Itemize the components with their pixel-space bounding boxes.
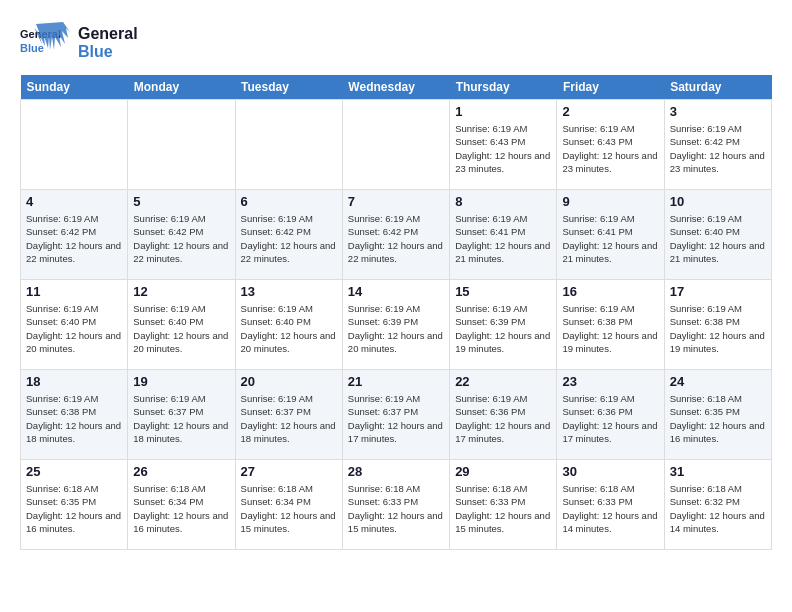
calendar-cell: 28Sunrise: 6:18 AM Sunset: 6:33 PM Dayli… (342, 460, 449, 550)
week-row-5: 25Sunrise: 6:18 AM Sunset: 6:35 PM Dayli… (21, 460, 772, 550)
calendar-cell: 1Sunrise: 6:19 AM Sunset: 6:43 PM Daylig… (450, 100, 557, 190)
day-info: Sunrise: 6:18 AM Sunset: 6:32 PM Dayligh… (670, 482, 766, 535)
calendar-cell: 24Sunrise: 6:18 AM Sunset: 6:35 PM Dayli… (664, 370, 771, 460)
day-header-saturday: Saturday (664, 75, 771, 100)
week-row-2: 4Sunrise: 6:19 AM Sunset: 6:42 PM Daylig… (21, 190, 772, 280)
logo-blue-text: Blue (78, 43, 138, 61)
page-header: General Blue General Blue (20, 20, 772, 65)
day-info: Sunrise: 6:19 AM Sunset: 6:40 PM Dayligh… (670, 212, 766, 265)
day-number: 24 (670, 374, 766, 389)
logo-icon: General Blue (20, 20, 70, 65)
week-row-3: 11Sunrise: 6:19 AM Sunset: 6:40 PM Dayli… (21, 280, 772, 370)
calendar-cell: 22Sunrise: 6:19 AM Sunset: 6:36 PM Dayli… (450, 370, 557, 460)
day-info: Sunrise: 6:19 AM Sunset: 6:43 PM Dayligh… (455, 122, 551, 175)
day-number: 23 (562, 374, 658, 389)
calendar-cell: 30Sunrise: 6:18 AM Sunset: 6:33 PM Dayli… (557, 460, 664, 550)
day-header-monday: Monday (128, 75, 235, 100)
day-info: Sunrise: 6:19 AM Sunset: 6:39 PM Dayligh… (455, 302, 551, 355)
calendar-cell: 12Sunrise: 6:19 AM Sunset: 6:40 PM Dayli… (128, 280, 235, 370)
day-header-sunday: Sunday (21, 75, 128, 100)
day-number: 4 (26, 194, 122, 209)
calendar-cell: 21Sunrise: 6:19 AM Sunset: 6:37 PM Dayli… (342, 370, 449, 460)
day-number: 15 (455, 284, 551, 299)
day-header-tuesday: Tuesday (235, 75, 342, 100)
day-number: 9 (562, 194, 658, 209)
day-info: Sunrise: 6:19 AM Sunset: 6:42 PM Dayligh… (241, 212, 337, 265)
day-number: 20 (241, 374, 337, 389)
day-number: 8 (455, 194, 551, 209)
calendar-cell: 27Sunrise: 6:18 AM Sunset: 6:34 PM Dayli… (235, 460, 342, 550)
calendar-cell (342, 100, 449, 190)
calendar-cell: 9Sunrise: 6:19 AM Sunset: 6:41 PM Daylig… (557, 190, 664, 280)
calendar-cell: 31Sunrise: 6:18 AM Sunset: 6:32 PM Dayli… (664, 460, 771, 550)
day-info: Sunrise: 6:19 AM Sunset: 6:39 PM Dayligh… (348, 302, 444, 355)
day-number: 26 (133, 464, 229, 479)
day-info: Sunrise: 6:19 AM Sunset: 6:40 PM Dayligh… (26, 302, 122, 355)
calendar-cell: 25Sunrise: 6:18 AM Sunset: 6:35 PM Dayli… (21, 460, 128, 550)
calendar-cell (235, 100, 342, 190)
day-number: 5 (133, 194, 229, 209)
calendar-cell: 8Sunrise: 6:19 AM Sunset: 6:41 PM Daylig… (450, 190, 557, 280)
calendar-cell: 29Sunrise: 6:18 AM Sunset: 6:33 PM Dayli… (450, 460, 557, 550)
day-number: 28 (348, 464, 444, 479)
logo-general-text: General (78, 25, 138, 43)
day-info: Sunrise: 6:19 AM Sunset: 6:42 PM Dayligh… (670, 122, 766, 175)
day-number: 21 (348, 374, 444, 389)
day-number: 31 (670, 464, 766, 479)
day-info: Sunrise: 6:19 AM Sunset: 6:42 PM Dayligh… (348, 212, 444, 265)
day-info: Sunrise: 6:18 AM Sunset: 6:33 PM Dayligh… (348, 482, 444, 535)
day-info: Sunrise: 6:19 AM Sunset: 6:38 PM Dayligh… (26, 392, 122, 445)
day-number: 2 (562, 104, 658, 119)
svg-text:Blue: Blue (20, 42, 44, 54)
day-number: 13 (241, 284, 337, 299)
calendar-cell: 26Sunrise: 6:18 AM Sunset: 6:34 PM Dayli… (128, 460, 235, 550)
day-number: 16 (562, 284, 658, 299)
day-number: 7 (348, 194, 444, 209)
day-number: 11 (26, 284, 122, 299)
day-number: 19 (133, 374, 229, 389)
calendar-cell: 6Sunrise: 6:19 AM Sunset: 6:42 PM Daylig… (235, 190, 342, 280)
day-header-friday: Friday (557, 75, 664, 100)
day-info: Sunrise: 6:19 AM Sunset: 6:41 PM Dayligh… (562, 212, 658, 265)
calendar-cell: 20Sunrise: 6:19 AM Sunset: 6:37 PM Dayli… (235, 370, 342, 460)
day-number: 12 (133, 284, 229, 299)
calendar-cell: 14Sunrise: 6:19 AM Sunset: 6:39 PM Dayli… (342, 280, 449, 370)
day-info: Sunrise: 6:19 AM Sunset: 6:36 PM Dayligh… (455, 392, 551, 445)
day-info: Sunrise: 6:19 AM Sunset: 6:36 PM Dayligh… (562, 392, 658, 445)
calendar-cell (128, 100, 235, 190)
day-info: Sunrise: 6:19 AM Sunset: 6:37 PM Dayligh… (241, 392, 337, 445)
day-number: 10 (670, 194, 766, 209)
calendar-cell: 16Sunrise: 6:19 AM Sunset: 6:38 PM Dayli… (557, 280, 664, 370)
calendar-cell: 3Sunrise: 6:19 AM Sunset: 6:42 PM Daylig… (664, 100, 771, 190)
week-row-4: 18Sunrise: 6:19 AM Sunset: 6:38 PM Dayli… (21, 370, 772, 460)
calendar-cell: 4Sunrise: 6:19 AM Sunset: 6:42 PM Daylig… (21, 190, 128, 280)
week-row-1: 1Sunrise: 6:19 AM Sunset: 6:43 PM Daylig… (21, 100, 772, 190)
calendar-cell: 23Sunrise: 6:19 AM Sunset: 6:36 PM Dayli… (557, 370, 664, 460)
day-info: Sunrise: 6:19 AM Sunset: 6:40 PM Dayligh… (241, 302, 337, 355)
day-header-wednesday: Wednesday (342, 75, 449, 100)
day-info: Sunrise: 6:19 AM Sunset: 6:43 PM Dayligh… (562, 122, 658, 175)
calendar-cell: 10Sunrise: 6:19 AM Sunset: 6:40 PM Dayli… (664, 190, 771, 280)
calendar-cell: 19Sunrise: 6:19 AM Sunset: 6:37 PM Dayli… (128, 370, 235, 460)
day-info: Sunrise: 6:18 AM Sunset: 6:35 PM Dayligh… (670, 392, 766, 445)
day-info: Sunrise: 6:19 AM Sunset: 6:38 PM Dayligh… (670, 302, 766, 355)
day-number: 17 (670, 284, 766, 299)
day-number: 22 (455, 374, 551, 389)
day-info: Sunrise: 6:18 AM Sunset: 6:33 PM Dayligh… (455, 482, 551, 535)
day-number: 1 (455, 104, 551, 119)
day-info: Sunrise: 6:19 AM Sunset: 6:37 PM Dayligh… (133, 392, 229, 445)
calendar-cell: 5Sunrise: 6:19 AM Sunset: 6:42 PM Daylig… (128, 190, 235, 280)
calendar-cell: 2Sunrise: 6:19 AM Sunset: 6:43 PM Daylig… (557, 100, 664, 190)
calendar-table: SundayMondayTuesdayWednesdayThursdayFrid… (20, 75, 772, 550)
day-info: Sunrise: 6:19 AM Sunset: 6:38 PM Dayligh… (562, 302, 658, 355)
day-info: Sunrise: 6:19 AM Sunset: 6:40 PM Dayligh… (133, 302, 229, 355)
day-number: 25 (26, 464, 122, 479)
calendar-cell: 17Sunrise: 6:19 AM Sunset: 6:38 PM Dayli… (664, 280, 771, 370)
header-row: SundayMondayTuesdayWednesdayThursdayFrid… (21, 75, 772, 100)
day-number: 14 (348, 284, 444, 299)
day-info: Sunrise: 6:18 AM Sunset: 6:33 PM Dayligh… (562, 482, 658, 535)
day-number: 27 (241, 464, 337, 479)
day-info: Sunrise: 6:18 AM Sunset: 6:34 PM Dayligh… (241, 482, 337, 535)
day-header-thursday: Thursday (450, 75, 557, 100)
day-info: Sunrise: 6:19 AM Sunset: 6:37 PM Dayligh… (348, 392, 444, 445)
